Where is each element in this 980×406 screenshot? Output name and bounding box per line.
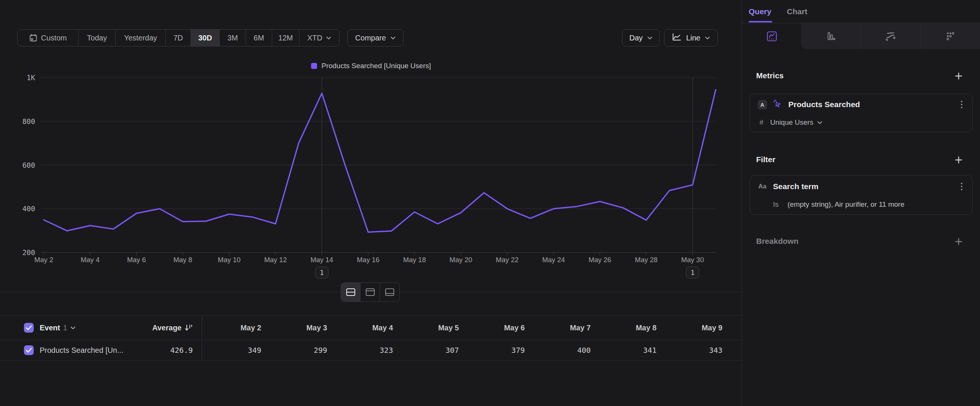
x-axis-label: May 4: [81, 256, 100, 264]
metrics-heading: Metrics: [756, 71, 784, 80]
metric-menu-button[interactable]: [959, 99, 964, 110]
date-column-header: May 4: [327, 323, 393, 332]
x-axis-label: May 8: [173, 256, 192, 264]
x-axis-label: May 14: [310, 256, 333, 264]
view-chart-only-button[interactable]: [361, 283, 380, 301]
measure-dropdown[interactable]: Unique Users: [770, 118, 822, 127]
value-cell: 343: [657, 346, 722, 355]
value-cell: 379: [459, 346, 525, 355]
y-axis-label: 600: [22, 161, 35, 169]
chevron-down-icon[interactable]: [70, 326, 76, 330]
y-axis-label: 1K: [27, 73, 35, 82]
view-split-button[interactable]: [341, 283, 361, 301]
filter-card-row: Aa Search term: [750, 176, 972, 197]
analytics-app: Custom Today Yesterday 7D 30D 3M 6M 12M …: [0, 0, 980, 406]
annotation-badge-label: 1: [320, 269, 324, 276]
x-axis-label: May 6: [127, 256, 146, 264]
add-breakdown-button[interactable]: [954, 237, 964, 247]
plus-icon: [955, 237, 963, 246]
y-axis-label: 200: [22, 248, 35, 256]
add-metric-button[interactable]: [954, 71, 964, 81]
active-tab-indicator: [749, 21, 772, 22]
hash-icon: #: [759, 118, 764, 127]
view-table-only-button[interactable]: [380, 283, 399, 301]
table-header-left: Event 1 Average: [0, 316, 202, 340]
sidebar-tabs: Query Chart: [742, 0, 980, 23]
row-checkbox[interactable]: [24, 345, 34, 355]
value-cell: 323: [327, 346, 393, 355]
filter-values[interactable]: (empty string), Air purifier, or 11 more: [788, 201, 904, 209]
table-row: Products Searched [Un... 426.9 349299323…: [0, 340, 742, 361]
tab-query[interactable]: Query: [749, 0, 772, 23]
chevron-down-icon: [817, 121, 822, 124]
date-column-header: May 7: [525, 323, 591, 332]
table-only-icon: [385, 288, 395, 296]
x-axis-label: May 24: [542, 256, 565, 264]
metric-card[interactable]: A Products Searched # Unique Users: [750, 94, 972, 132]
string-type-badge: Aa: [758, 183, 767, 190]
view-toggle: [340, 282, 400, 302]
sort-descending-icon: [185, 323, 193, 332]
x-axis-label: May 22: [496, 256, 519, 264]
chart-type-bar-tab[interactable]: [801, 23, 861, 49]
chart-type-insights-tab[interactable]: [742, 23, 801, 49]
date-column-header: May 9: [657, 323, 722, 332]
value-cell: 341: [591, 346, 657, 355]
chart-type-flow-tab[interactable]: [861, 23, 921, 49]
event-column-label: Event: [40, 323, 60, 332]
series-name: Products Searched [Un...: [40, 346, 123, 355]
series-line[interactable]: [44, 90, 716, 232]
plus-icon: [955, 156, 963, 164]
dots-grid-icon: [945, 32, 955, 41]
series-letter-badge: A: [758, 100, 767, 109]
date-column-header: May 8: [591, 323, 657, 332]
insights-line-icon: [766, 31, 778, 42]
x-axis-label: May 26: [589, 256, 611, 264]
table-row-left: Products Searched [Un... 426.9: [0, 340, 202, 360]
metric-name: Products Searched: [788, 100, 860, 109]
x-axis-label: May 2: [35, 256, 53, 264]
results-table: Event 1 Average May 2May 3May 4May 5May …: [0, 315, 742, 361]
date-column-header: May 6: [459, 323, 525, 332]
table-header-row: Event 1 Average May 2May 3May 4May 5May …: [0, 315, 742, 340]
tab-chart[interactable]: Chart: [787, 0, 807, 23]
x-axis-label: May 30: [681, 256, 704, 264]
chart-type-retention-tab[interactable]: [920, 23, 980, 49]
x-axis-label: May 18: [403, 256, 426, 264]
chart-type-strip-inactive: [801, 23, 980, 49]
x-axis-label: May 16: [357, 256, 380, 264]
filter-heading: Filter: [756, 155, 775, 164]
breakdown-heading: Breakdown: [756, 237, 799, 246]
x-axis-label: May 10: [218, 256, 241, 264]
x-axis-label: May 20: [450, 256, 473, 264]
select-all-checkbox[interactable]: [24, 323, 34, 333]
average-sort-control[interactable]: Average: [152, 323, 193, 332]
value-cell: 400: [525, 346, 591, 355]
query-sidebar: Query Chart: [742, 0, 980, 406]
flow-chart-icon: [885, 32, 896, 41]
value-cell: 349: [202, 346, 261, 355]
chart-only-icon: [365, 288, 375, 296]
y-axis-label: 800: [22, 117, 35, 126]
add-filter-button[interactable]: [954, 155, 964, 165]
average-value: 426.9: [170, 346, 193, 355]
line-chart[interactable]: 1K800600400200May 2May 4May 6May 8May 10…: [0, 0, 742, 296]
split-view-icon: [346, 288, 356, 296]
filter-card[interactable]: Aa Search term Is (empty string), Air pu…: [750, 175, 972, 215]
annotation-badge-label: 1: [690, 269, 695, 276]
bar-chart-icon: [826, 32, 836, 41]
metric-card-row: A Products Searched: [750, 94, 972, 115]
filter-operator: Is: [773, 201, 779, 209]
report-canvas: Custom Today Yesterday 7D 30D 3M 6M 12M …: [0, 0, 742, 406]
plus-icon: [955, 72, 963, 80]
value-cell: 307: [393, 346, 459, 355]
chart-type-strip: [742, 23, 980, 49]
filter-menu-button[interactable]: [959, 181, 964, 192]
cursor-click-icon: [773, 99, 782, 110]
event-count: 1: [63, 323, 67, 332]
date-column-header: May 2: [202, 323, 261, 332]
y-axis-label: 400: [22, 204, 35, 213]
x-axis-label: May 12: [264, 256, 287, 264]
filter-property-name: Search term: [773, 182, 818, 191]
value-cell: 299: [261, 346, 327, 355]
